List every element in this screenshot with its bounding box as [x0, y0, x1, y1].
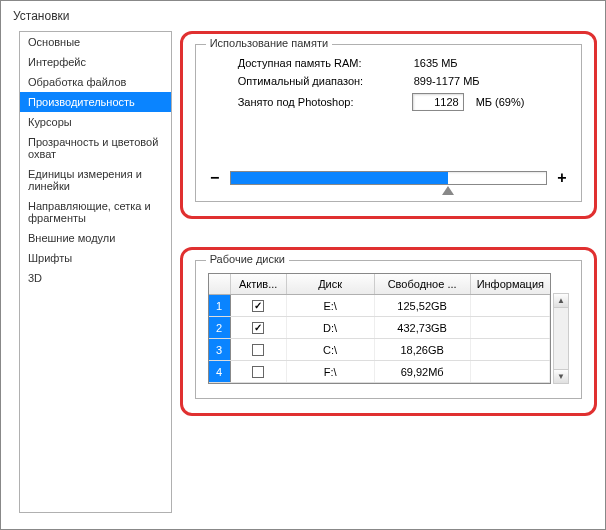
content: Основные Интерфейс Обработка файлов Прои…	[1, 31, 605, 521]
col-free[interactable]: Свободное ...	[375, 274, 471, 294]
row-index: 4	[209, 361, 231, 382]
row-free: 125,52GB	[375, 295, 471, 316]
sidebar-item-file-handling[interactable]: Обработка файлов	[20, 72, 171, 92]
preferences-window: Установки Основные Интерфейс Обработка ф…	[0, 0, 606, 530]
active-checkbox[interactable]	[252, 344, 264, 356]
row-free: 432,73GB	[375, 317, 471, 338]
slider-fill	[231, 172, 449, 184]
row-disk: E:\	[287, 295, 375, 316]
used-ram-input[interactable]	[412, 93, 464, 111]
row-disk: D:\	[287, 317, 375, 338]
scratch-disks-table: Актив... Диск Свободное ... Информация 1…	[208, 273, 551, 384]
table-scrollbar[interactable]: ▲ ▼	[553, 293, 569, 384]
slider-thumb-icon[interactable]	[442, 186, 454, 195]
row-active-cell	[231, 295, 287, 316]
sidebar-item-cursors[interactable]: Курсоры	[20, 112, 171, 132]
category-sidebar: Основные Интерфейс Обработка файлов Прои…	[19, 31, 172, 513]
scratch-disks-legend: Рабочие диски	[206, 253, 289, 265]
row-active-cell	[231, 339, 287, 360]
col-active[interactable]: Актив...	[231, 274, 287, 294]
scroll-down-icon[interactable]: ▼	[554, 369, 568, 383]
slider-minus-button[interactable]: −	[208, 169, 222, 187]
sidebar-item-guides[interactable]: Направляющие, сетка и фрагменты	[20, 196, 171, 228]
table-row[interactable]: 1E:\125,52GB	[209, 295, 550, 317]
row-disk: F:\	[287, 361, 375, 382]
table-row[interactable]: 4F:\69,92Мб	[209, 361, 550, 383]
col-index[interactable]	[209, 274, 231, 294]
sidebar-item-3d[interactable]: 3D	[20, 268, 171, 288]
row-active-cell	[231, 317, 287, 338]
used-ram-suffix: МБ (69%)	[476, 96, 525, 108]
available-ram-value: 1635 МБ	[414, 57, 458, 69]
row-index: 3	[209, 339, 231, 360]
active-checkbox[interactable]	[252, 366, 264, 378]
memory-legend: Использование памяти	[206, 37, 332, 49]
slider-plus-button[interactable]: +	[555, 169, 569, 187]
used-ram-label: Занято под Photoshop:	[238, 96, 408, 108]
table-row[interactable]: 2D:\432,73GB	[209, 317, 550, 339]
ideal-range-label: Оптимальный диапазон:	[238, 75, 408, 87]
row-index: 1	[209, 295, 231, 316]
row-info	[471, 317, 550, 338]
ideal-range-value: 899-1177 МБ	[414, 75, 480, 87]
row-active-cell	[231, 361, 287, 382]
window-title: Установки	[1, 1, 605, 31]
row-disk: C:\	[287, 339, 375, 360]
table-row[interactable]: 3C:\18,26GB	[209, 339, 550, 361]
sidebar-item-plugins[interactable]: Внешние модули	[20, 228, 171, 248]
memory-slider[interactable]	[230, 171, 547, 185]
sidebar-item-transparency[interactable]: Прозрачность и цветовой охват	[20, 132, 171, 164]
memory-fieldset: Использование памяти Доступная память RA…	[195, 44, 582, 202]
sidebar-item-general[interactable]: Основные	[20, 32, 171, 52]
active-checkbox[interactable]	[252, 322, 264, 334]
sidebar-item-type[interactable]: Шрифты	[20, 248, 171, 268]
memory-panel-highlight: Использование памяти Доступная память RA…	[180, 31, 597, 219]
col-disk[interactable]: Диск	[287, 274, 375, 294]
row-free: 18,26GB	[375, 339, 471, 360]
table-body: 1E:\125,52GB2D:\432,73GB3C:\18,26GB4F:\6…	[209, 295, 550, 383]
row-index: 2	[209, 317, 231, 338]
scroll-up-icon[interactable]: ▲	[554, 294, 568, 308]
row-info	[471, 295, 550, 316]
row-info	[471, 361, 550, 382]
col-info[interactable]: Информация	[471, 274, 550, 294]
available-ram-label: Доступная память RAM:	[238, 57, 408, 69]
sidebar-item-performance[interactable]: Производительность	[20, 92, 171, 112]
row-info	[471, 339, 550, 360]
main-panel: Использование памяти Доступная память RA…	[180, 31, 597, 513]
active-checkbox[interactable]	[252, 300, 264, 312]
row-free: 69,92Мб	[375, 361, 471, 382]
sidebar-item-units[interactable]: Единицы измерения и линейки	[20, 164, 171, 196]
scratch-disks-panel-highlight: Рабочие диски Актив... Диск Свободное ..…	[180, 247, 597, 416]
table-header: Актив... Диск Свободное ... Информация	[209, 274, 550, 295]
sidebar-item-interface[interactable]: Интерфейс	[20, 52, 171, 72]
scratch-disks-fieldset: Рабочие диски Актив... Диск Свободное ..…	[195, 260, 582, 399]
